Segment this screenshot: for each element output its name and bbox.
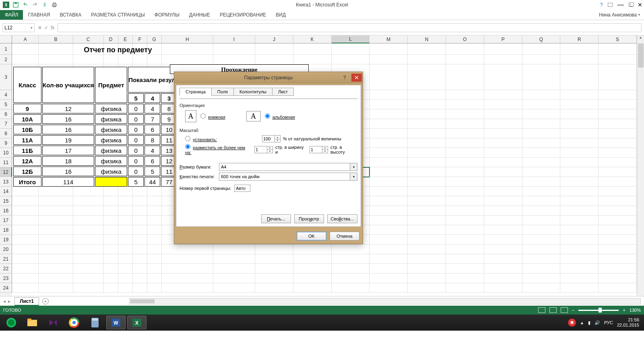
options-button[interactable]: Свойства... (327, 214, 358, 223)
cell[interactable] (599, 43, 637, 55)
cell[interactable] (560, 187, 599, 196)
zoom-out-icon[interactable]: − (572, 308, 574, 313)
cell[interactable] (118, 254, 133, 264)
cell[interactable] (104, 196, 118, 206)
cell[interactable] (522, 55, 561, 64)
row-header[interactable]: 2 (0, 55, 12, 64)
column-header[interactable]: G (147, 35, 162, 43)
row-header[interactable]: 21 (0, 254, 12, 264)
quick-print-icon[interactable] (50, 1, 59, 9)
cell[interactable] (599, 55, 637, 64)
cell[interactable] (39, 264, 73, 274)
landscape-radio[interactable]: альбомная (265, 113, 295, 119)
cell[interactable] (118, 264, 133, 274)
cell[interactable] (162, 283, 213, 293)
column-header[interactable]: R (560, 35, 599, 43)
cell[interactable] (118, 206, 133, 216)
cell[interactable] (73, 254, 104, 264)
tray-language[interactable]: РУС (604, 320, 613, 325)
cell[interactable] (369, 206, 408, 216)
cell[interactable] (104, 274, 118, 283)
column-header[interactable]: D (104, 35, 118, 43)
cell[interactable] (599, 167, 637, 177)
cell[interactable] (73, 187, 104, 196)
formula-input[interactable] (58, 23, 642, 32)
cancel-formula-icon[interactable]: ✕ (38, 25, 42, 31)
cell[interactable] (408, 235, 446, 245)
vertical-scrollbar[interactable]: ▲ (637, 35, 644, 296)
cell[interactable] (369, 225, 408, 235)
cell[interactable] (73, 264, 104, 274)
cell[interactable] (12, 235, 39, 245)
visual-studio-icon[interactable] (43, 316, 63, 329)
cell[interactable] (147, 274, 162, 283)
cell[interactable] (522, 158, 561, 167)
cell[interactable] (293, 43, 332, 55)
cell[interactable] (39, 274, 73, 283)
dialog-tab-page[interactable]: Страница (180, 88, 212, 96)
fit-tall-spinner[interactable]: ▲▼ (310, 146, 328, 153)
cell[interactable] (369, 129, 408, 138)
cell[interactable] (560, 43, 599, 55)
cell[interactable] (293, 55, 332, 64)
cell[interactable] (408, 254, 446, 264)
column-header[interactable]: S (599, 35, 637, 43)
cell[interactable] (484, 245, 522, 254)
cell[interactable] (484, 216, 522, 225)
row-header[interactable]: 19 (0, 235, 12, 245)
cell[interactable] (599, 225, 637, 235)
cell[interactable] (484, 283, 522, 293)
cell[interactable] (133, 187, 147, 196)
cell[interactable] (408, 225, 446, 235)
cell[interactable] (408, 109, 446, 119)
cell[interactable] (133, 254, 147, 264)
column-header[interactable]: P (484, 35, 522, 43)
cell[interactable] (147, 225, 162, 235)
cell[interactable] (369, 43, 408, 55)
cell[interactable] (522, 129, 561, 138)
cell[interactable] (213, 254, 255, 264)
cell[interactable] (484, 225, 522, 235)
cell[interactable] (560, 119, 599, 129)
cell[interactable] (255, 254, 293, 264)
cell[interactable] (369, 167, 408, 177)
tray-clock[interactable]: 21:56 22.01.2015 (617, 317, 639, 328)
cell[interactable] (484, 158, 522, 167)
cell[interactable] (408, 274, 446, 283)
cell[interactable] (522, 225, 561, 235)
column-header[interactable]: F (133, 35, 147, 43)
cell[interactable] (408, 264, 446, 274)
dialog-close-icon[interactable]: ✕ (351, 74, 362, 82)
ok-button[interactable]: OK (297, 232, 326, 241)
cell[interactable] (522, 64, 561, 90)
horizontal-scrollbar[interactable] (129, 298, 641, 304)
cell[interactable] (147, 235, 162, 245)
view-page-break-icon[interactable] (561, 307, 568, 313)
cell[interactable] (408, 187, 446, 196)
cell[interactable] (118, 245, 133, 254)
cell[interactable] (522, 206, 561, 216)
cell[interactable] (522, 274, 561, 283)
cell[interactable] (133, 196, 147, 206)
cell[interactable] (560, 225, 599, 235)
cell[interactable] (446, 264, 484, 274)
cell[interactable] (484, 109, 522, 119)
cell[interactable] (213, 274, 255, 283)
cell[interactable] (133, 225, 147, 235)
print-button[interactable]: Печать... (261, 214, 291, 223)
sheet-tab[interactable]: Лист1 (14, 297, 39, 306)
cell[interactable] (484, 177, 522, 187)
cell[interactable] (118, 216, 133, 225)
cell[interactable] (599, 129, 637, 138)
cell[interactable] (446, 167, 484, 177)
row-header[interactable]: 10 (0, 148, 12, 158)
cell[interactable] (369, 254, 408, 264)
cell[interactable] (560, 177, 599, 187)
cell[interactable] (12, 225, 39, 235)
cell[interactable] (408, 167, 446, 177)
cell[interactable] (446, 283, 484, 293)
cell[interactable] (12, 274, 39, 283)
dialog-tab-margins[interactable]: Поля (211, 88, 234, 96)
cell[interactable] (162, 274, 213, 283)
cell[interactable] (147, 206, 162, 216)
